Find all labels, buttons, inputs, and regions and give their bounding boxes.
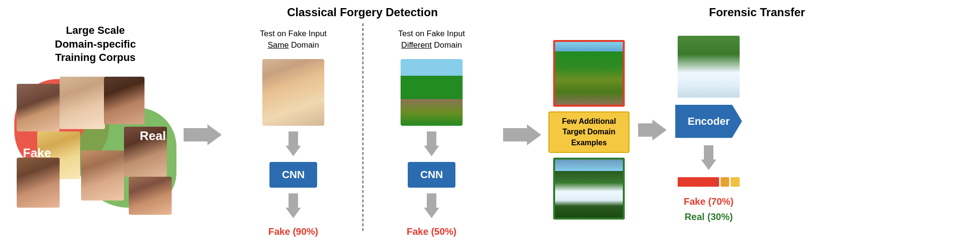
face-2: [60, 77, 105, 129]
arrow-down-head-enc: [701, 160, 716, 170]
cnn-block-1: CNN: [269, 162, 317, 188]
arrow-shape-2: [503, 124, 541, 145]
result-bars-container: [678, 177, 740, 187]
classical-title: Classical Forgery Detection: [287, 5, 438, 20]
main-diagram: Large ScaleDomain-specificTraining Corpu…: [0, 0, 980, 241]
arrow-down-head-1: [286, 146, 301, 156]
test-image-forest: [401, 59, 463, 126]
arrow-down-2: [424, 131, 439, 156]
training-images: Fake Real: [14, 70, 176, 217]
arrow-down-encoder: [701, 145, 716, 170]
bar-mid: [721, 177, 730, 187]
section-training: Large ScaleDomain-specificTraining Corpu…: [10, 24, 181, 217]
col1-title: Test on Fake InputSame Domain: [260, 28, 327, 51]
arrow-body-2: [503, 128, 527, 141]
arrow-down-1b: [286, 193, 301, 218]
arrow-down-body-2: [427, 131, 436, 146]
real-label: Real: [140, 129, 166, 143]
forensic-title: Forensic Transfer: [709, 5, 805, 20]
arrow-classical-to-forensic: [503, 124, 541, 145]
arrow-down-body-enc: [704, 145, 713, 160]
forensic-result: Fake (70%) Real (30%): [684, 194, 734, 224]
arrow-training-to-classical: [184, 124, 222, 145]
forensic-result-fake: Fake (70%): [684, 196, 734, 207]
training-title: Large ScaleDomain-specificTraining Corpu…: [55, 24, 136, 65]
arrow-head-3: [652, 120, 667, 141]
arrow-down-1: [286, 131, 301, 156]
arrow-down-head-2b: [424, 208, 439, 218]
arrow-examples-to-encoder: [638, 120, 667, 141]
arrow-body: [184, 128, 207, 141]
arrow-down-2b: [424, 193, 439, 218]
col2-title: Test on Fake InputDifferent Domain: [398, 28, 465, 51]
arrow-head-2: [527, 124, 541, 145]
result-bar-fake: [678, 177, 740, 187]
classical-columns: Test on Fake InputSame Domain CNN: [224, 23, 501, 231]
classical-col-same: Test on Fake InputSame Domain CNN: [224, 23, 362, 241]
fake-label: Fake: [23, 146, 51, 161]
arrow-down-head-1b: [286, 208, 301, 218]
forensic-examples: Few AdditionalTarget DomainExamples: [548, 40, 629, 220]
result-2: Fake (50%) Real (50%): [407, 224, 457, 241]
arrow-shape: [184, 124, 222, 145]
cnn-block-2: CNN: [408, 162, 455, 188]
forensic-result-real: Real (30%): [684, 211, 732, 222]
arrow-body-3: [638, 123, 652, 137]
result-fake-2: Fake (50%): [407, 226, 457, 237]
few-examples-label: Few AdditionalTarget DomainExamples: [548, 111, 629, 153]
example-forest-red: [553, 40, 625, 107]
result-1: Fake (90%) Real (10%): [268, 224, 319, 241]
face-6: [81, 151, 124, 201]
arrow-down-head-2: [424, 146, 439, 156]
arrow-down-body-2b: [427, 193, 436, 208]
face-1: [17, 84, 60, 131]
section-classical: Classical Forgery Detection Test on Fake…: [224, 5, 501, 236]
encoder-block: Encoder: [675, 105, 742, 138]
example-forest-green: [553, 158, 625, 220]
arrow-down-body-1b: [289, 193, 298, 208]
arrow-shape-3: [638, 120, 667, 141]
face-5: [17, 158, 60, 208]
bar-fake: [678, 177, 719, 187]
encoder-col: Encoder Fake (70%) Rea: [675, 36, 742, 224]
section-forensic: Forensic Transfer Few AdditionalTarget D…: [544, 5, 970, 236]
forensic-inner: Few AdditionalTarget DomainExamples: [544, 23, 970, 236]
result-fake-1: Fake (90%): [268, 226, 319, 237]
arrow-head: [207, 124, 222, 145]
face-4: [104, 77, 144, 124]
classical-col-different: Test on Fake InputDifferent Domain CNN: [362, 23, 501, 241]
arrow-down-body-1: [289, 131, 298, 146]
small-forest-right: [678, 36, 740, 98]
test-image-face: [262, 59, 324, 126]
face-8: [129, 177, 172, 215]
bar-end: [731, 177, 740, 187]
